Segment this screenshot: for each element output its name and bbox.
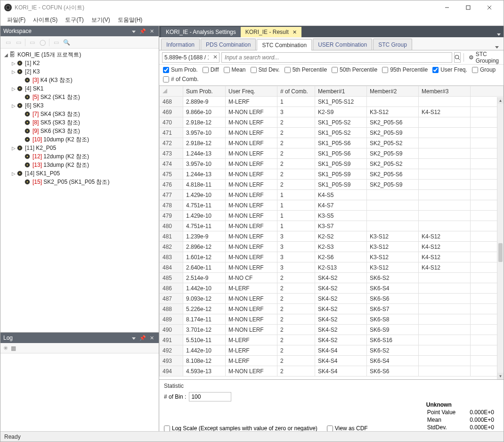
bin-input[interactable] xyxy=(189,392,231,401)
maximize-button[interactable] xyxy=(457,0,479,15)
search-input[interactable] xyxy=(221,52,452,63)
col-extra[interactable] xyxy=(471,86,504,97)
tree-item[interactable]: [12] 12dump (K2 참조) xyxy=(1,152,158,161)
toolbar-btn-3[interactable]: ▭ xyxy=(27,38,37,47)
check-num-comb[interactable]: # of Comb. xyxy=(163,76,199,82)
tab-stc-group[interactable]: STC Group xyxy=(373,39,412,50)
close-button[interactable] xyxy=(479,0,500,15)
table-row[interactable]: 4944.593e-13M-NON LERF2SK4-S4SK6-S6 xyxy=(160,366,504,377)
tree-item[interactable]: ▷[4] SK1 xyxy=(1,84,158,93)
table-row[interactable]: 4699.866e-10M-NON LERF3K2-S9K3-S12K4-S12 xyxy=(160,107,504,117)
table-row[interactable]: 4938.108e-12M-LERF2SK4-S4SK6-S4 xyxy=(160,356,504,366)
menu-tool[interactable]: 도구(T) xyxy=(61,15,87,25)
toolbar-btn-2[interactable]: ▭ xyxy=(14,38,23,47)
check-view-cdf[interactable]: View as CDF xyxy=(327,425,368,432)
table-row[interactable]: 4743.957e-10M-NON LERF2SK1_P05-S9SK2_P05… xyxy=(160,159,504,169)
check-50th[interactable]: 50th Percentile xyxy=(332,66,377,73)
scroll-down-icon[interactable]: ▼ xyxy=(497,373,504,379)
scroll-up-icon[interactable]: ▲ xyxy=(497,97,504,104)
menu-file[interactable]: 파일(F) xyxy=(3,15,29,25)
inner-tabs-options-icon[interactable] xyxy=(492,43,502,50)
toolbar-btn-6[interactable]: 🔍 xyxy=(62,38,71,47)
menu-site[interactable]: 사이트(S) xyxy=(29,15,61,25)
table-row[interactable]: 4879.093e-12M-NON LERF2SK4-S2SK6-S6 xyxy=(160,294,504,304)
col-corner[interactable] xyxy=(160,86,183,97)
project-tree[interactable]: ◢ 🗄 KORI_IE (15개 프로젝트) ▷[1] K2▷[2] K3[3]… xyxy=(0,49,159,332)
check-group[interactable]: Group xyxy=(472,66,496,73)
table-row[interactable]: 4831.601e-12M-NON LERF3K2-S6K3-S12K4-S12 xyxy=(160,252,504,262)
col-num-comb[interactable]: # of Comb. xyxy=(277,86,315,97)
tree-item[interactable]: [7] SK4 (SK3 참조) xyxy=(1,110,158,118)
tree-item[interactable]: [3] K4 (K3 참조) xyxy=(1,76,158,84)
table-row[interactable]: 4722.918e-12M-NON LERF2SK1_P05-S6SK2_P05… xyxy=(160,138,504,148)
table-row[interactable]: 4791.429e-10M-NON LERF1K3-S5 xyxy=(160,211,504,221)
check-95th[interactable]: 95th Percentile xyxy=(382,66,428,73)
log-btn-clear[interactable]: ✳ xyxy=(3,345,8,352)
tab-user-combination[interactable]: USER Combination xyxy=(313,39,372,50)
doc-tabs-overflow-icon[interactable] xyxy=(494,31,504,37)
tab-stc-combination[interactable]: STC Combination xyxy=(257,39,312,50)
table-row[interactable]: 4682.889e-9M-LERF1SK1_P05-S12 xyxy=(160,97,504,107)
table-row[interactable]: 4764.818e-11M-NON LERF2SK1_P05-S9SK2_P05… xyxy=(160,180,504,190)
tree-root[interactable]: ◢ 🗄 KORI_IE (15개 프로젝트) xyxy=(1,50,158,59)
log-close-icon[interactable]: ✕ xyxy=(148,335,156,341)
menu-help[interactable]: 도움말(H) xyxy=(114,15,146,25)
table-row[interactable]: 4885.226e-12M-NON LERF2SK4-S2SK6-S7 xyxy=(160,304,504,314)
tree-item[interactable]: ▷[14] SK1_P05 xyxy=(1,169,158,178)
log-pin-icon[interactable]: 📌 xyxy=(138,335,148,341)
stc-grouping-button[interactable]: ⚙ STC Grouping xyxy=(467,52,501,63)
tab-pds-combination[interactable]: PDS Combination xyxy=(201,39,256,50)
col-member-2[interactable]: Member#2 xyxy=(367,86,419,97)
col-member-1[interactable]: Member#1 xyxy=(315,86,367,97)
tree-item[interactable]: ▷[1] K2 xyxy=(1,59,158,67)
table-row[interactable]: 4921.442e-10M-LERF2SK4-S4SK6-S2 xyxy=(160,345,504,356)
clear-filter-icon[interactable]: ✕ xyxy=(213,54,218,60)
log-dropdown-icon[interactable] xyxy=(130,335,138,341)
table-row[interactable]: 4771.429e-10M-NON LERF1K4-S5 xyxy=(160,190,504,200)
toolbar-btn-5[interactable]: ▭ xyxy=(51,38,61,47)
table-row[interactable]: 4842.640e-11M-NON LERF3K2-S13K3-S12K4-S1… xyxy=(160,262,504,273)
table-row[interactable]: 4731.244e-13M-NON LERF2SK1_P05-S6SK2_P05… xyxy=(160,148,504,159)
workspace-pin-icon[interactable]: 📌 xyxy=(138,28,148,34)
col-member-3[interactable]: Member#3 xyxy=(419,86,471,97)
table-row[interactable]: 4713.957e-10M-NON LERF2SK1_P05-S2SK2_P05… xyxy=(160,128,504,138)
table-row[interactable]: 4804.751e-11M-NON LERF1K3-S7 xyxy=(160,221,504,231)
toolbar-btn-4[interactable]: ◯ xyxy=(38,38,47,47)
tree-item[interactable]: [10] 10dump (K2 참조) xyxy=(1,135,158,144)
tree-item[interactable]: [15] SK2_P05 (SK1_P05 참조) xyxy=(1,178,158,186)
check-diff[interactable]: Diff xyxy=(203,66,219,73)
log-btn-list[interactable]: ▦ xyxy=(11,345,16,352)
table-row[interactable]: 4702.918e-12M-NON LERF2SK1_P05-S2SK2_P05… xyxy=(160,117,504,128)
tab-information[interactable]: Information xyxy=(161,39,200,50)
check-log-scale[interactable]: Log Scale (Except samples with value of … xyxy=(164,425,317,432)
table-row[interactable]: 4811.239e-9M-NON LERF3K2-S2K3-S12K4-S12 xyxy=(160,231,504,242)
table-row[interactable]: 4861.442e-10M-LERF2SK4-S2SK6-S4 xyxy=(160,283,504,294)
scroll-thumb[interactable] xyxy=(498,243,503,262)
col-sum-prob[interactable]: Sum Prob. xyxy=(183,86,226,97)
tree-item[interactable]: ▷[11] K2_P05 xyxy=(1,144,158,152)
filter-input[interactable] xyxy=(162,52,219,63)
tab-result[interactable]: KORI_IE - Result ✕ xyxy=(241,27,301,37)
table-row[interactable]: 4903.701e-12M-NON LERF2SK4-S2SK6-S9 xyxy=(160,325,504,335)
tree-item[interactable]: [9] SK6 (SK3 참조) xyxy=(1,127,158,135)
search-button[interactable] xyxy=(454,52,461,63)
table-row[interactable]: 4784.751e-11M-NON LERF1K4-S7 xyxy=(160,200,504,211)
tree-item[interactable]: ▷[2] K3 xyxy=(1,67,158,76)
col-user-freq[interactable]: User Freq. xyxy=(226,86,277,97)
table-row[interactable]: 4915.510e-11M-LERF2SK4-S2SK6-S16 xyxy=(160,335,504,345)
check-sum-prob[interactable]: Sum Prob. xyxy=(163,66,198,73)
table-row[interactable]: 4822.896e-12M-NON LERF3K2-S3K3-S12K4-S12 xyxy=(160,242,504,252)
check-user-freq[interactable]: User Freq. xyxy=(432,66,467,73)
workspace-dropdown-icon[interactable] xyxy=(130,28,138,34)
table-row[interactable]: 4751.244e-13M-NON LERF2SK1_P05-S9SK2_P05… xyxy=(160,169,504,180)
toolbar-btn-1[interactable]: ▭ xyxy=(3,38,13,47)
tree-item[interactable]: [8] SK5 (SK3 참조) xyxy=(1,118,158,127)
vertical-scrollbar[interactable]: ▲ ▼ xyxy=(497,97,504,379)
menu-view[interactable]: 보기(V) xyxy=(88,15,114,25)
tab-analysis-settings[interactable]: KORI_IE - Analysis Settings xyxy=(161,27,241,37)
tree-item[interactable]: [13] 13dump (K2 참조) xyxy=(1,161,158,169)
result-table[interactable]: Sum Prob. User Freq. # of Comb. Member#1… xyxy=(159,86,504,377)
table-row[interactable]: 4898.174e-11M-NON LERF2SK4-S2SK6-S8 xyxy=(160,314,504,325)
close-tab-icon[interactable]: ✕ xyxy=(293,29,297,35)
tree-item[interactable]: ▷[6] SK3 xyxy=(1,101,158,110)
